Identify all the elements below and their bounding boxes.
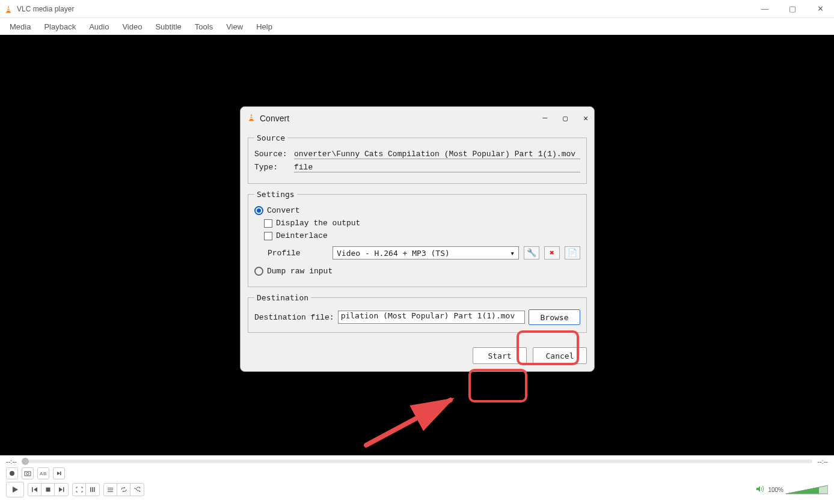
loop-button[interactable] [117,484,130,496]
browse-button[interactable]: Browse [529,309,580,325]
start-button[interactable]: Start [473,347,527,364]
deinterlace-row[interactable]: Deinterlace [264,231,580,240]
view-group [72,483,100,496]
display-output-checkbox[interactable] [264,219,272,228]
volume-area: 100% [756,484,828,495]
vlc-icon [4,4,13,14]
shuffle-button[interactable] [130,484,144,496]
x-icon: ✖ [550,248,554,258]
profile-new-button[interactable]: 📄 [565,246,580,260]
destination-legend: Destination [254,293,311,302]
destination-label: Destination file: [254,313,334,322]
speaker-icon[interactable] [756,485,765,495]
svg-rect-14 [46,488,50,492]
convert-radio[interactable] [254,206,263,215]
svg-rect-17 [90,487,91,492]
aux-controls: AB [6,465,828,479]
deinterlace-checkbox[interactable] [264,232,272,240]
maximize-button[interactable]: ▢ [779,0,806,18]
convert-radio-label: Convert [267,206,300,215]
close-button[interactable]: ✕ [806,0,834,18]
window-title: VLC media player [17,5,74,13]
profile-delete-button[interactable]: ✖ [544,246,560,260]
seek-row: --:-- --:-- [6,458,828,465]
frame-step-button[interactable] [53,467,65,479]
menu-audio[interactable]: Audio [83,20,115,33]
destination-group: Destination Destination file: pilation (… [248,293,587,333]
next-button[interactable] [55,484,68,496]
menu-view[interactable]: View [220,20,249,33]
svg-rect-2 [7,10,10,11]
seek-slider[interactable] [22,460,813,463]
source-type-label: Type: [254,163,290,172]
wrench-icon: 🔧 [527,248,536,258]
play-button[interactable] [6,482,24,497]
cancel-button[interactable]: Cancel [533,347,587,364]
playback-group [28,483,69,496]
extended-settings-button[interactable] [86,484,99,496]
menu-tools[interactable]: Tools [189,20,219,33]
settings-legend: Settings [254,190,297,199]
chevron-down-icon: ▾ [510,249,515,258]
source-label: Source: [254,150,290,159]
svg-text:B: B [43,471,46,476]
atob-loop-button[interactable]: AB [37,467,49,479]
svg-marker-15 [59,487,63,492]
menu-playback[interactable]: Playback [38,20,82,33]
svg-rect-21 [108,490,113,490]
destination-input[interactable]: pilation (Most Popular) Part 1(1).mov [338,311,525,324]
source-group: Source Source: onverter\Funny Cats Compi… [248,133,587,184]
svg-rect-19 [94,487,95,492]
source-legend: Source [254,133,287,142]
svg-rect-12 [32,487,33,492]
svg-rect-10 [60,472,61,475]
menu-subtitle[interactable]: Subtitle [149,20,187,33]
dialog-button-row: Start Cancel [241,346,594,371]
record-button[interactable] [6,467,18,479]
svg-point-4 [10,471,14,476]
profile-edit-button[interactable]: 🔧 [524,246,539,260]
dump-raw-label: Dump raw input [267,267,333,276]
svg-marker-13 [34,487,37,492]
svg-rect-1 [7,8,10,9]
playlist-group [103,483,144,496]
time-elapsed: --:-- [6,458,17,465]
dialog-title: Convert [260,114,289,123]
source-path: onverter\Funny Cats Compilation (Most Po… [294,150,580,159]
prev-button[interactable] [28,484,41,496]
menu-video[interactable]: Video [116,20,148,33]
dialog-minimize-button[interactable]: — [543,114,548,123]
dialog-titlebar[interactable]: Convert — ▢ ✕ [241,107,594,130]
seek-knob[interactable] [22,458,29,465]
display-output-label: Display the output [276,219,360,228]
menu-help[interactable]: Help [250,20,278,33]
convert-radio-row[interactable]: Convert [254,206,580,215]
display-output-row[interactable]: Display the output [264,219,580,228]
dialog-close-button[interactable]: ✕ [583,114,588,123]
menubar: Media Playback Audio Video Subtitle Tool… [0,18,834,35]
svg-rect-20 [108,488,113,488]
minimize-button[interactable]: — [751,0,779,18]
fullscreen-button[interactable] [73,484,86,496]
stop-button[interactable] [41,484,55,496]
new-profile-icon: 📄 [568,248,577,258]
volume-percent: 100% [768,487,783,493]
titlebar: VLC media player — ▢ ✕ [0,0,834,18]
destination-value: pilation (Most Popular) Part 1(1).mov [341,311,515,320]
main-controls: 100% [6,479,828,497]
playlist-button[interactable] [104,484,117,496]
dialog-maximize-button[interactable]: ▢ [563,114,568,123]
svg-point-6 [26,473,29,475]
profile-dropdown[interactable]: Video - H.264 + MP3 (TS) ▾ [333,246,519,260]
deinterlace-label: Deinterlace [276,231,328,240]
volume-slider[interactable] [786,484,828,495]
dump-raw-radio[interactable] [254,267,263,276]
snapshot-button[interactable] [22,467,34,479]
svg-marker-11 [13,487,18,493]
svg-rect-18 [92,487,93,492]
svg-rect-27 [250,116,253,117]
svg-rect-3 [6,12,11,13]
profile-value: Video - H.264 + MP3 (TS) [337,249,450,258]
menu-media[interactable]: Media [4,20,37,33]
dump-raw-row[interactable]: Dump raw input [254,267,580,276]
